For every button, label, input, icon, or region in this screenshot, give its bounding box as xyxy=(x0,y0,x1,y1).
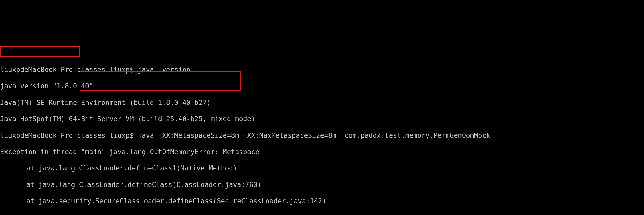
terminal-output: liuxpdeMacBook-Pro:classes liuxp$ java -… xyxy=(0,41,644,215)
terminal-text-block: liuxpdeMacBook-Pro:classes liuxp$ java -… xyxy=(0,58,644,215)
stack-frame: at java.security.SecureClassLoader.defin… xyxy=(0,197,644,205)
terminal-line: Java(TM) SE Runtime Environment (build 1… xyxy=(0,99,644,107)
terminal-line-exception: Exception in thread "main" java.lang.Out… xyxy=(0,148,644,156)
stack-frame: at java.lang.ClassLoader.defineClass(Cla… xyxy=(0,181,644,189)
terminal-line-java-version: java version "1.8.0_40" xyxy=(0,82,644,90)
terminal-line-command: liuxpdeMacBook-Pro:classes liuxp$ java -… xyxy=(0,132,644,140)
terminal-line: liuxpdeMacBook-Pro:classes liuxp$ java -… xyxy=(0,66,644,74)
stack-frame: at java.net.URLClassLoader.defineClass(U… xyxy=(0,214,644,215)
stack-frame: at java.lang.ClassLoader.defineClass1(Na… xyxy=(0,164,644,173)
red-highlight-box-version xyxy=(0,46,80,57)
terminal-line: Java HotSpot(TM) 64-Bit Server VM (build… xyxy=(0,115,644,123)
